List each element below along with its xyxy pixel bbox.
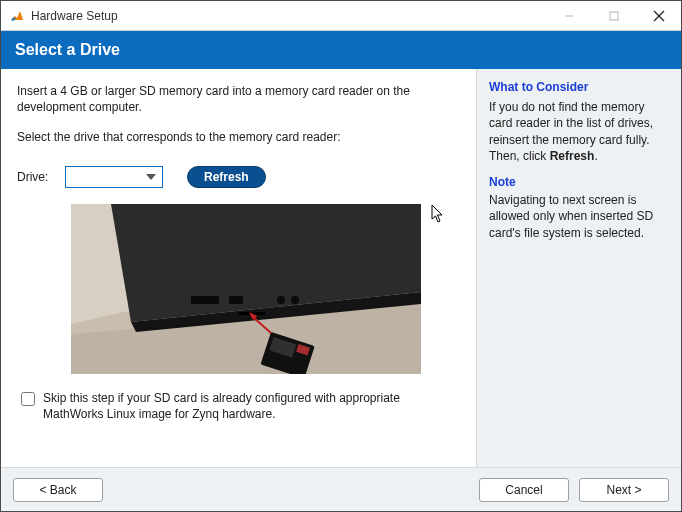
- consider-body: If you do not find the memory card reade…: [489, 99, 669, 164]
- content-row: Insert a 4 GB or larger SD memory card i…: [1, 69, 681, 467]
- intro-text: Insert a 4 GB or larger SD memory card i…: [17, 83, 462, 115]
- drive-select[interactable]: [65, 166, 163, 188]
- refresh-button[interactable]: Refresh: [187, 166, 266, 188]
- main-pane: Insert a 4 GB or larger SD memory card i…: [1, 69, 476, 467]
- skip-label[interactable]: Skip this step if your SD card is alread…: [43, 390, 443, 422]
- drive-label: Drive:: [17, 170, 65, 184]
- skip-checkbox[interactable]: [21, 392, 35, 406]
- note-heading: Note: [489, 174, 669, 190]
- titlebar: Hardware Setup: [1, 1, 681, 31]
- close-button[interactable]: [636, 1, 681, 31]
- consider-heading: What to Consider: [489, 79, 669, 95]
- consider-body-bold: Refresh: [550, 149, 595, 163]
- maximize-button[interactable]: [591, 1, 636, 31]
- svg-rect-1: [610, 12, 618, 20]
- matlab-icon: [9, 8, 25, 24]
- svg-point-10: [277, 296, 285, 304]
- drive-row: Drive: Refresh: [17, 166, 462, 188]
- chevron-down-icon: [140, 167, 162, 187]
- hardware-setup-window: Hardware Setup Select a Drive Insert a 4…: [0, 0, 682, 512]
- back-button[interactable]: < Back: [13, 478, 103, 502]
- svg-rect-8: [191, 296, 219, 304]
- side-pane: What to Consider If you do not find the …: [476, 69, 681, 467]
- cancel-button[interactable]: Cancel: [479, 478, 569, 502]
- footer: < Back Cancel Next >: [1, 467, 681, 511]
- skip-row: Skip this step if your SD card is alread…: [17, 390, 462, 422]
- sd-card-image: [71, 204, 462, 374]
- note-body: Navigating to next screen is allowed onl…: [489, 192, 669, 241]
- next-button[interactable]: Next >: [579, 478, 669, 502]
- consider-body-post: .: [594, 149, 597, 163]
- select-instruction: Select the drive that corresponds to the…: [17, 129, 462, 145]
- page-title: Select a Drive: [1, 31, 681, 69]
- svg-rect-9: [229, 296, 243, 304]
- minimize-button[interactable]: [546, 1, 591, 31]
- svg-point-11: [291, 296, 299, 304]
- window-title: Hardware Setup: [31, 9, 118, 23]
